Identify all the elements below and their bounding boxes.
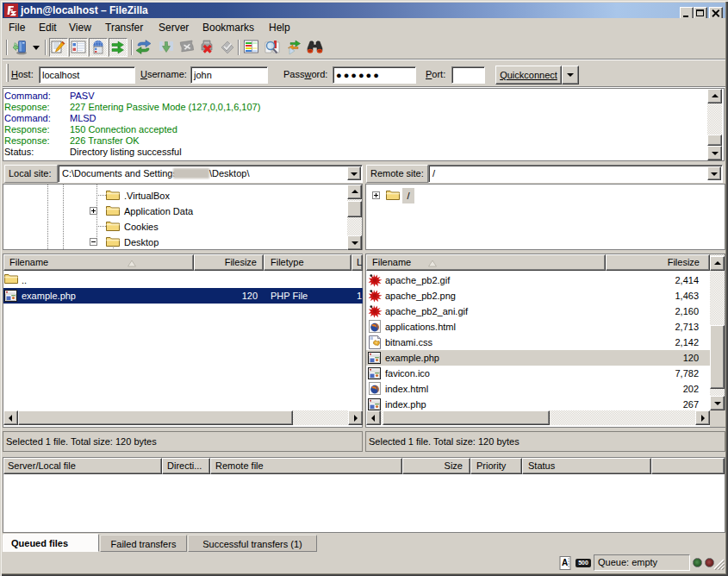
svg-text:A: A	[562, 558, 568, 567]
